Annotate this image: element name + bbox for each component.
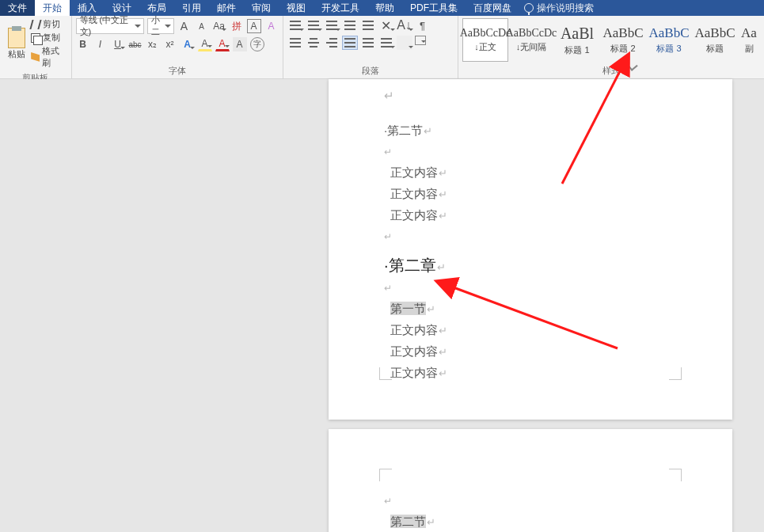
- align-justify-button[interactable]: [342, 36, 358, 50]
- copy-icon: [31, 33, 40, 43]
- tab-home[interactable]: 开始: [35, 0, 70, 16]
- styles-gallery[interactable]: AaBbCcDc ↓正文 AaBbCcDc ↓无间隔 AaBl 标题 1 AaB…: [458, 16, 764, 64]
- indent-inc-button[interactable]: [360, 18, 376, 32]
- align-left-button[interactable]: [287, 36, 303, 50]
- tell-me-search[interactable]: 操作说明搜索: [524, 2, 594, 15]
- align-right-button[interactable]: [324, 36, 340, 50]
- tab-view[interactable]: 视图: [279, 0, 314, 16]
- subscript-button[interactable]: x₂: [146, 37, 160, 51]
- lightbulb-icon: [524, 3, 534, 13]
- show-marks-button[interactable]: ¶: [415, 18, 431, 32]
- tab-mailings[interactable]: 邮件: [209, 0, 244, 16]
- p1-sec1-selected: 第一节: [390, 302, 426, 315]
- paste-icon: [8, 28, 25, 48]
- p2-sec2-selected: 第二节: [390, 515, 426, 528]
- strike-button[interactable]: abc: [128, 37, 143, 51]
- page-2[interactable]: ↵ 第二节↵ 正文内容↵: [329, 429, 732, 532]
- distribute-button[interactable]: [360, 36, 376, 50]
- margin-corner-icon: [379, 367, 392, 380]
- borders-button[interactable]: [415, 36, 426, 45]
- enclose-char-button[interactable]: 字: [250, 37, 264, 51]
- shading-button[interactable]: [397, 36, 412, 50]
- scissors-icon: [30, 20, 42, 29]
- tab-devtools[interactable]: 开发工具: [314, 0, 367, 16]
- style-heading3[interactable]: AaBbC 标题 3: [646, 18, 692, 62]
- tab-pdf[interactable]: PDF工具集: [402, 0, 466, 16]
- align-center-button[interactable]: [306, 36, 321, 50]
- shrink-font-button[interactable]: A: [195, 19, 209, 33]
- style-heading2[interactable]: AaBbC 标题 2: [600, 18, 646, 62]
- margin-corner-icon: [669, 367, 682, 380]
- tab-baidu[interactable]: 百度网盘: [466, 0, 519, 16]
- style-title[interactable]: AaBbC 标题: [692, 18, 738, 62]
- group-styles: AaBbCcDc ↓正文 AaBbCcDc ↓无间隔 AaBl 标题 1 AaB…: [458, 16, 764, 78]
- tab-strip: 文件 开始 插入 设计 布局 引用 邮件 审阅 视图 开发工具 帮助 PDF工具…: [0, 0, 764, 16]
- font-size-combo[interactable]: 小二: [147, 18, 174, 34]
- clear-format-button[interactable]: A: [264, 19, 279, 33]
- p1-chap2: 第二章: [389, 256, 436, 274]
- tab-file[interactable]: 文件: [0, 0, 35, 16]
- text-effects-button[interactable]: A: [181, 37, 195, 51]
- tab-references[interactable]: 引用: [174, 0, 209, 16]
- highlight-button[interactable]: A: [198, 37, 212, 51]
- document-area[interactable]: ↵ ·第二节↵ ↵ 正文内容↵ 正文内容↵ 正文内容↵ ↵ ·第二章↵ ↵ 第一…: [0, 79, 764, 532]
- ribbon: 粘贴 剪切 复制 格式刷 剪贴板 等线 (中文正文) 小二 A A Aa 拼 A: [0, 16, 764, 79]
- text-direction-button[interactable]: ✕: [378, 18, 394, 32]
- underline-button[interactable]: U: [111, 37, 125, 51]
- style-subtitle[interactable]: Aa 副: [738, 18, 760, 62]
- grow-font-button[interactable]: A: [177, 19, 192, 33]
- p1-sec2: 第二节: [387, 124, 423, 137]
- format-painter-button[interactable]: 格式刷: [31, 45, 67, 69]
- paste-label: 粘贴: [8, 48, 25, 60]
- bullets-button[interactable]: [287, 18, 303, 32]
- change-case-button[interactable]: Aa: [212, 19, 226, 33]
- paste-button[interactable]: 粘贴: [4, 18, 29, 69]
- sort-button[interactable]: A↓: [397, 18, 412, 32]
- page-1[interactable]: ↵ ·第二节↵ ↵ 正文内容↵ 正文内容↵ 正文内容↵ ↵ ·第二章↵ ↵ 第一…: [329, 79, 732, 420]
- paragraph-title: 段落: [283, 64, 458, 78]
- cut-button[interactable]: 剪切: [31, 18, 67, 30]
- brush-icon: [31, 52, 40, 62]
- superscript-button[interactable]: x²: [163, 37, 177, 51]
- bold-button[interactable]: B: [76, 37, 90, 51]
- indent-dec-button[interactable]: [342, 18, 358, 32]
- style-normal[interactable]: AaBbCcDc ↓正文: [462, 18, 508, 62]
- styles-title: 样式: [458, 64, 764, 78]
- copy-button[interactable]: 复制: [31, 32, 67, 44]
- group-paragraph: ✕ A↓ ¶ 段落: [283, 16, 458, 78]
- char-border-button[interactable]: A: [247, 19, 261, 33]
- phonetic-guide-button[interactable]: 拼: [230, 19, 244, 33]
- font-title: 字体: [72, 64, 283, 78]
- tab-help[interactable]: 帮助: [367, 0, 402, 16]
- tab-design[interactable]: 设计: [105, 0, 139, 16]
- tab-layout[interactable]: 布局: [139, 0, 174, 16]
- tab-review[interactable]: 审阅: [244, 0, 279, 16]
- style-no-spacing[interactable]: AaBbCcDc ↓无间隔: [508, 18, 554, 62]
- italic-button[interactable]: I: [93, 37, 108, 51]
- group-font: 等线 (中文正文) 小二 A A Aa 拼 A A B I U abc x₂ x…: [72, 16, 283, 78]
- style-heading1[interactable]: AaBl 标题 1: [554, 18, 600, 62]
- margin-corner-icon: [669, 469, 682, 481]
- numbering-button[interactable]: [306, 18, 321, 32]
- char-shading-button[interactable]: A: [233, 37, 247, 51]
- margin-corner-icon: [379, 469, 392, 481]
- group-clipboard: 粘贴 剪切 复制 格式刷 剪贴板: [0, 16, 72, 78]
- line-spacing-button[interactable]: [378, 36, 394, 50]
- multilevel-button[interactable]: [324, 18, 340, 32]
- search-hint-label: 操作说明搜索: [537, 2, 594, 15]
- font-name-combo[interactable]: 等线 (中文正文): [76, 18, 144, 34]
- cursor-icon: [628, 60, 637, 73]
- tab-insert[interactable]: 插入: [70, 0, 105, 16]
- font-color-button[interactable]: A: [215, 37, 230, 51]
